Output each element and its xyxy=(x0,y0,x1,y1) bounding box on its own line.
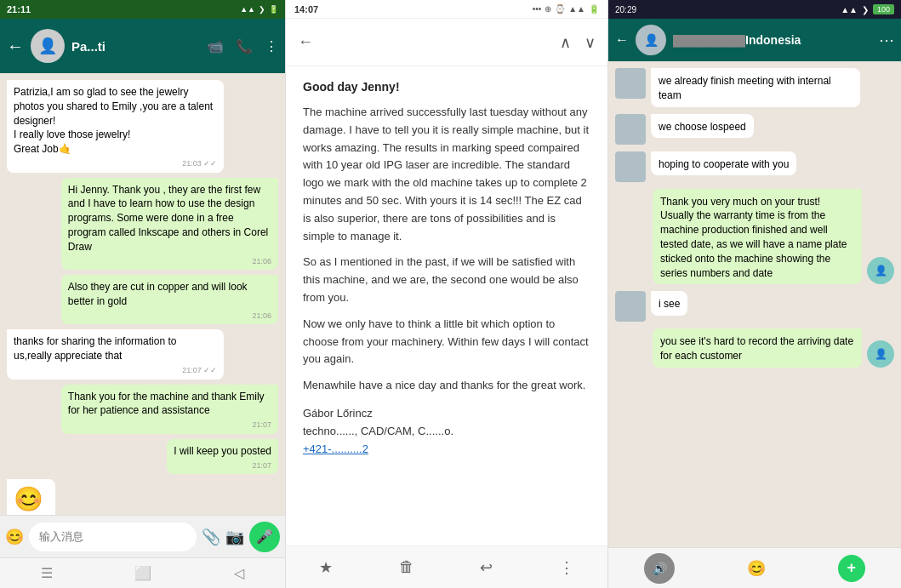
voice-message-button[interactable]: 🎤 xyxy=(249,522,280,552)
message-bubble: Thank you very much on your trust!Usuall… xyxy=(653,189,862,285)
panel1-time: 21:11 xyxy=(7,4,31,14)
more-options-icon[interactable]: ⋮ xyxy=(265,38,278,54)
panel2-time: 14:07 xyxy=(294,4,318,14)
sender-thumbnail xyxy=(615,151,646,182)
message-bubble: we already finish meeting with internal … xyxy=(651,68,860,107)
panel3-status-icons: ▲▲ ❯ 100 xyxy=(841,4,894,14)
message-input-bar: 😊 📎 📷 🎤 xyxy=(0,515,285,557)
back-nav-icon[interactable]: ◁ xyxy=(234,565,244,581)
panel3-status-bar: 20:29 ▲▲ ❯ 100 xyxy=(608,0,901,19)
panel3-whatsapp-right: 20:29 ▲▲ ❯ 100 ← 👤 ██████████Indonesia ⋯… xyxy=(608,0,901,588)
avatar: 👤 xyxy=(31,29,65,63)
wifi-icon: ❯ xyxy=(862,5,869,14)
back-icon[interactable]: ← xyxy=(7,37,24,56)
wifi-icon: ❯ xyxy=(259,5,265,14)
message-bubble: Hi Jenny. Thank you , they are the first… xyxy=(61,178,278,271)
sender-company: techno......, CAD/CAM, C......o. xyxy=(303,423,590,441)
email-greeting: Good day Jenny! xyxy=(303,80,590,94)
message-bubble: Patrizia,I am so glad to see the jewelry… xyxy=(7,80,224,173)
alarm-icon: ⌚ xyxy=(555,4,565,14)
dots-icon: ••• xyxy=(533,4,542,14)
signal-icon: ▲▲ xyxy=(841,5,858,14)
down-arrow-icon[interactable]: ∨ xyxy=(585,33,596,52)
notification-icon: ⊕ xyxy=(545,4,551,14)
panel1-status-bar: 21:11 ▲▲ ❯ 🔋 xyxy=(0,0,285,19)
signal-icon: ▲▲ xyxy=(568,4,585,14)
message-time: 21:06 xyxy=(68,311,271,322)
message-bubble: we choose lospeed xyxy=(651,114,754,139)
message-time: 21:03 ✓✓ xyxy=(14,158,217,169)
message-text: Patrizia,I am so glad to see the jewelry… xyxy=(14,86,213,155)
message-row: we choose lospeed xyxy=(615,114,894,145)
sender-avatar: 👤 xyxy=(867,340,894,368)
video-call-icon[interactable]: 📹 xyxy=(207,38,224,54)
message-time: 21:06 xyxy=(68,256,271,267)
delete-icon[interactable]: 🗑 xyxy=(399,558,414,576)
panel3-contact-name: ██████████Indonesia xyxy=(673,33,872,47)
add-button[interactable]: + xyxy=(838,555,865,582)
message-emoji: 😊 xyxy=(14,486,43,512)
email-paragraph-3: Now we only have to think a little bit w… xyxy=(303,316,590,368)
sender-name: Gábor Lőrincz xyxy=(303,405,590,423)
message-input[interactable] xyxy=(29,522,197,551)
messages-list: Patrizia,I am so glad to see the jewelry… xyxy=(0,73,285,515)
bottom-navigation: ☰ ⬜ ◁ xyxy=(0,557,285,588)
message-text: Hi Jenny. Thank you , they are the first… xyxy=(68,184,268,253)
up-arrow-icon[interactable]: ∧ xyxy=(560,33,571,52)
emoji-button[interactable]: 😊 xyxy=(5,528,24,546)
message-bubble: i see xyxy=(651,291,687,316)
contact-name: Pa...ti xyxy=(71,39,200,54)
panel1-whatsapp-left: 21:11 ▲▲ ❯ 🔋 ← 👤 Pa...ti 📹 📞 ⋮ Patrizia,… xyxy=(0,0,285,588)
phone-call-icon[interactable]: 📞 xyxy=(236,38,253,54)
panel3-footer: 🔊 😊 + xyxy=(608,547,901,588)
email-footer: ★ 🗑 ↩ ⋮ xyxy=(286,545,607,588)
message-text: we choose lospeed xyxy=(659,121,746,133)
emoji-button[interactable]: 😊 xyxy=(747,559,766,578)
message-text: you see it's hard to record the arriving… xyxy=(660,335,853,362)
home-icon[interactable]: ⬜ xyxy=(134,565,151,581)
sender-phone: +421-..........2 xyxy=(303,441,590,459)
message-row: i see xyxy=(615,291,894,322)
message-row: we already finish meeting with internal … xyxy=(615,68,894,107)
panel1-header: ← 👤 Pa...ti 📹 📞 ⋮ xyxy=(0,19,285,73)
message-row: hoping to cooperate with you xyxy=(615,151,894,182)
reply-icon[interactable]: ↩ xyxy=(480,558,493,577)
message-bubble: you see it's hard to record the arriving… xyxy=(653,328,862,368)
camera-button[interactable]: 📷 xyxy=(225,528,244,546)
menu-icon[interactable]: ☰ xyxy=(41,565,53,581)
message-text: Thank you very much on your trust!Usuall… xyxy=(660,196,847,279)
message-bubble: Thank you for the machine and thank Emil… xyxy=(61,385,278,434)
panel3-messages-list: we already finish meeting with internal … xyxy=(608,61,901,547)
message-bubble: thanks for sharing the information to us… xyxy=(7,329,224,379)
message-text: thanks for sharing the information to us… xyxy=(14,335,176,362)
bookmark-icon[interactable]: ★ xyxy=(319,558,333,577)
message-row: you see it's hard to record the arriving… xyxy=(615,328,894,368)
email-paragraph-4: Menawhile have a nice day and thanks for… xyxy=(303,377,590,395)
message-text: i see xyxy=(659,298,680,310)
message-time: 21:07 xyxy=(68,420,271,431)
signal-icon: ▲▲ xyxy=(240,5,255,14)
sender-avatar: 👤 xyxy=(867,257,894,284)
attach-button[interactable]: 📎 xyxy=(202,528,220,546)
email-back-icon[interactable]: ← xyxy=(298,33,313,51)
panel2-status-icons: ••• ⊕ ⌚ ▲▲ 🔋 xyxy=(533,4,599,14)
header-action-icons: 📹 📞 ⋮ xyxy=(207,38,278,54)
message-bubble: I will keep you posted 21:07 xyxy=(167,439,278,474)
message-text: hoping to cooperate with you xyxy=(659,158,789,170)
email-paragraph-1: The machine arrived successfully last tu… xyxy=(303,104,590,245)
panel3-more-icon[interactable]: ⋯ xyxy=(879,31,894,49)
panel2-header: ← ∧ ∨ xyxy=(286,19,607,66)
panel3-back-icon[interactable]: ← xyxy=(615,32,629,48)
email-paragraph-2: So as I mentioned in the past, if we wil… xyxy=(303,254,590,306)
battery-icon: 100 xyxy=(873,4,894,14)
panel2-status-bar: 14:07 ••• ⊕ ⌚ ▲▲ 🔋 xyxy=(286,0,607,19)
message-text: I will keep you posted xyxy=(174,445,271,457)
battery-icon: 🔋 xyxy=(269,5,278,14)
message-row: Thank you very much on your trust!Usuall… xyxy=(615,189,894,285)
contact-info: Pa...ti xyxy=(71,39,200,54)
more-options-icon[interactable]: ⋮ xyxy=(559,558,574,577)
message-text: we already finish meeting with internal … xyxy=(659,75,831,101)
email-body: Good day Jenny! The machine arrived succ… xyxy=(286,66,607,545)
voice-record-button[interactable]: 🔊 xyxy=(644,553,675,584)
email-signature: Gábor Lőrincz techno......, CAD/CAM, C..… xyxy=(303,405,590,458)
